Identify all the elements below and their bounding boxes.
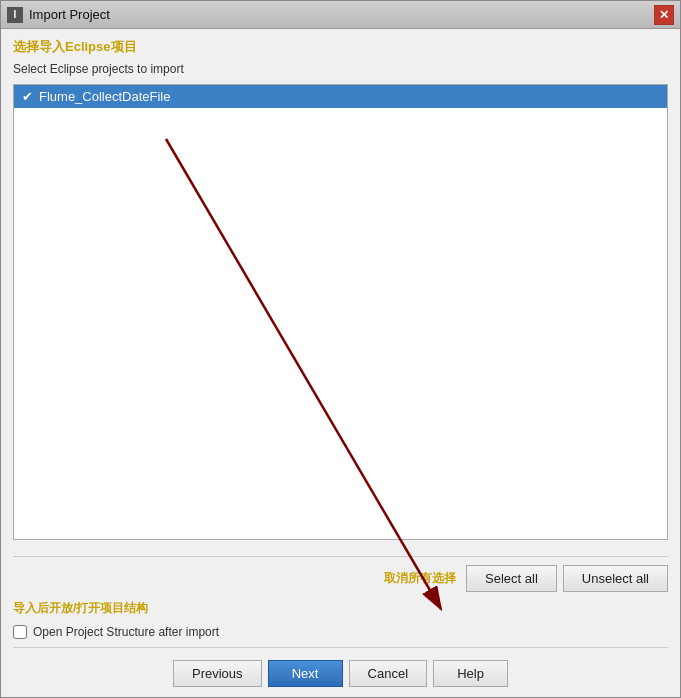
select-annotation: 取消所有选择 — [384, 570, 456, 587]
window-icon: I — [7, 7, 23, 23]
nav-buttons-row: Previous Next Cancel Help — [13, 656, 668, 687]
window-title: Import Project — [29, 7, 110, 22]
open-project-row: 导入后开放/打开项目结构 — [13, 600, 668, 617]
open-project-label: Open Project Structure after import — [33, 625, 219, 639]
divider-bottom — [13, 647, 668, 648]
next-button[interactable]: Next — [268, 660, 343, 687]
help-button[interactable]: Help — [433, 660, 508, 687]
close-button[interactable]: ✕ — [654, 5, 674, 25]
open-project-checkbox-row: Open Project Structure after import — [13, 625, 668, 639]
annotation-top: 选择导入Eclipse项目 — [13, 39, 668, 56]
select-buttons-row: 取消所有选择 Select all Unselect all — [13, 565, 668, 592]
divider-top — [13, 556, 668, 557]
previous-button[interactable]: Previous — [173, 660, 262, 687]
project-item[interactable]: ✔ Flume_CollectDateFile — [14, 85, 667, 108]
select-all-button[interactable]: Select all — [466, 565, 557, 592]
project-name: Flume_CollectDateFile — [39, 89, 171, 104]
bottom-section: 取消所有选择 Select all Unselect all 导入后开放/打开项… — [1, 550, 680, 697]
import-project-window: I Import Project ✕ 选择导入Eclipse项目 Select … — [0, 0, 681, 698]
cancel-button[interactable]: Cancel — [349, 660, 427, 687]
unselect-all-button[interactable]: Unselect all — [563, 565, 668, 592]
main-content: 选择导入Eclipse项目 Select Eclipse projects to… — [1, 29, 680, 550]
open-project-checkbox[interactable] — [13, 625, 27, 639]
section-label: Select Eclipse projects to import — [13, 62, 668, 76]
check-icon: ✔ — [22, 89, 33, 104]
project-list[interactable]: ✔ Flume_CollectDateFile — [13, 84, 668, 540]
open-project-annotation: 导入后开放/打开项目结构 — [13, 600, 148, 617]
title-bar: I Import Project ✕ — [1, 1, 680, 29]
title-bar-left: I Import Project — [7, 7, 110, 23]
